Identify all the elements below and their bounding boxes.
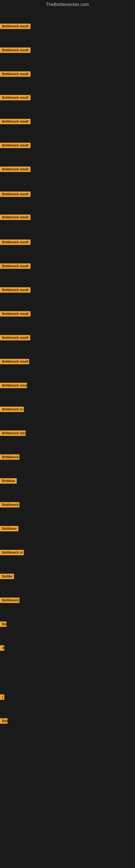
bottleneck-result-item[interactable]: Bottleneck result: [0, 71, 31, 78]
bottleneck-label: Bottler: [0, 574, 14, 579]
bottleneck-result-item[interactable]: Bottleneck re: [0, 550, 24, 556]
bottleneck-label: Bottleneck result: [0, 287, 31, 293]
bottleneck-label: Bottleneck re: [0, 407, 24, 412]
bottleneck-label: Bottleneck result: [0, 215, 31, 220]
bottleneck-label: Bottleneck result: [0, 143, 31, 148]
bottleneck-result-item[interactable]: Bottleneck: [0, 502, 19, 508]
bottleneck-label: Bottleneck result: [0, 359, 29, 364]
bottleneck-label: Bottlenec: [0, 526, 18, 531]
bottleneck-result-item[interactable]: Bottleneck result: [0, 264, 31, 270]
bottleneck-label: Bo: [0, 621, 6, 627]
bottleneck-result-item[interactable]: Bottleneck: [0, 454, 19, 461]
bottleneck-label: Bot: [0, 718, 8, 724]
bottleneck-result-item[interactable]: Bottleneck re: [0, 407, 24, 413]
bottleneck-label: Bottleneck resul: [0, 431, 26, 436]
bottleneck-result-item[interactable]: Bottleneck result: [0, 143, 31, 149]
bottleneck-label: |: [0, 694, 4, 700]
bottleneck-result-item[interactable]: Bottlene: [0, 478, 17, 485]
bottleneck-result-item[interactable]: Bottleneck result: [0, 166, 31, 173]
bottleneck-label: Bottleneck result: [0, 311, 31, 316]
bottleneck-result-item[interactable]: Bottleneck result: [0, 191, 31, 198]
bottleneck-result-item[interactable]: Bottleneck result: [0, 215, 31, 221]
bottleneck-label: Bottlene: [0, 478, 17, 484]
bottleneck-label: Bottleneck result: [0, 71, 31, 77]
bottleneck-result-item[interactable]: Bot: [0, 718, 8, 725]
bottleneck-label: Bottleneck result: [0, 48, 31, 53]
bottleneck-label: Bottleneck result: [0, 383, 27, 388]
bottleneck-label: Bottleneck: [0, 597, 19, 603]
bottleneck-label: Bottleneck: [0, 454, 19, 460]
bottleneck-label: Bottleneck: [0, 502, 19, 507]
bottleneck-result-item[interactable]: Bottleneck result: [0, 311, 31, 318]
bottleneck-result-item[interactable]: Bottleneck result: [0, 359, 29, 365]
bottleneck-result-item[interactable]: Bottler: [0, 574, 14, 580]
site-title: TheBottlenecker.com: [0, 0, 135, 8]
bottleneck-label: Bottleneck result: [0, 95, 31, 100]
bottleneck-label: Bottleneck re: [0, 550, 24, 555]
bottleneck-result-item[interactable]: Bottlenec: [0, 526, 18, 532]
bottleneck-label: Bottleneck result: [0, 166, 31, 172]
bottleneck-label: B: [0, 645, 4, 651]
bottleneck-result-item[interactable]: Bottleneck result: [0, 287, 31, 294]
bottleneck-result-item[interactable]: Bottleneck result: [0, 119, 31, 125]
bottleneck-result-item[interactable]: Bottleneck result: [0, 95, 31, 101]
bottleneck-result-item[interactable]: Bottleneck: [0, 597, 19, 604]
bottleneck-label: Bottleneck result: [0, 264, 31, 269]
bottleneck-label: Bottleneck result: [0, 335, 30, 340]
bottleneck-label: Bottleneck result: [0, 191, 31, 197]
bottleneck-result-item[interactable]: Bottleneck result: [0, 48, 31, 54]
bottleneck-label: Bottleneck result: [0, 240, 31, 245]
bottleneck-result-item[interactable]: Bottleneck result: [0, 383, 27, 389]
bottleneck-label: Bottleneck result: [0, 119, 31, 124]
bottleneck-result-item[interactable]: Bottleneck result: [0, 240, 31, 246]
bottleneck-result-item[interactable]: Bo: [0, 621, 6, 628]
bottleneck-result-item[interactable]: Bottleneck result: [0, 24, 31, 30]
bottleneck-result-item[interactable]: Bottleneck result: [0, 335, 30, 341]
bottleneck-result-item[interactable]: Bottleneck resul: [0, 431, 26, 437]
bottleneck-result-item[interactable]: B: [0, 645, 4, 652]
bottleneck-label: Bottleneck result: [0, 24, 31, 29]
bottleneck-result-item[interactable]: |: [0, 694, 4, 701]
